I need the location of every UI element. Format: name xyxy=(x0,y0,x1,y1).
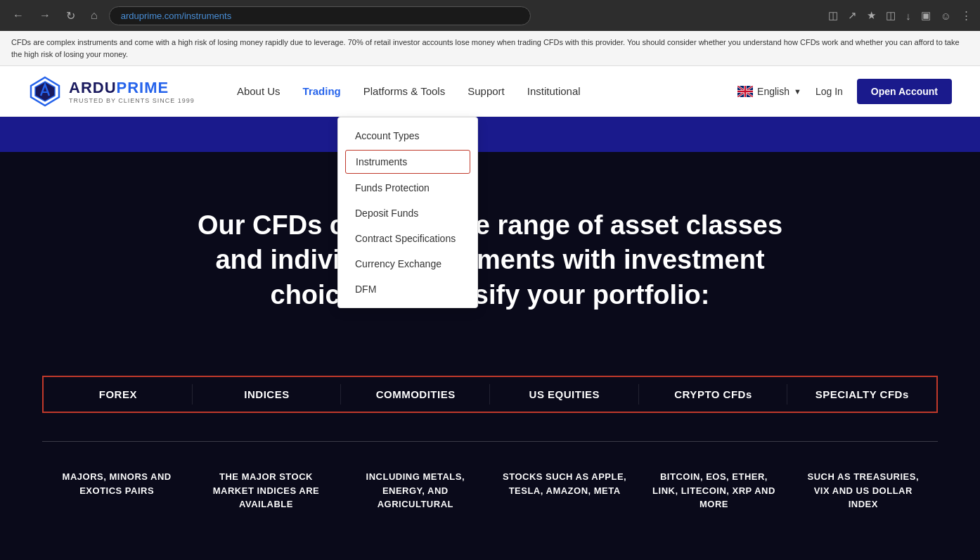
dropdown-currency-exchange[interactable]: Currency Exchange xyxy=(338,251,477,276)
descriptions-row: MAJORS, MINORS AND EXOTICS PAIRS THE MAJ… xyxy=(42,441,938,518)
forward-button[interactable]: → xyxy=(35,6,55,25)
logo-text: ARDUPRIME TRUSTED BY CLIENTS SINCE 1999 xyxy=(69,79,195,104)
browser-chrome: ← → ↻ ⌂ arduprime.com/instruments ◫ ↗ ★ … xyxy=(0,0,980,31)
dropdown-contract-specifications[interactable]: Contract Specifications xyxy=(338,226,477,251)
tab-forex[interactable]: FOREX xyxy=(44,377,193,412)
desc-commodities: INCLUDING METALS, ENERGY, AND AGRICULTUR… xyxy=(341,463,490,518)
nav-support[interactable]: Support xyxy=(468,82,505,100)
dropdown-funds-protection[interactable]: Funds Protection xyxy=(338,175,477,201)
address-bar[interactable]: arduprime.com/instruments xyxy=(109,6,531,25)
back-button[interactable]: ← xyxy=(8,6,28,25)
menu-icon[interactable]: ⋮ xyxy=(961,9,972,22)
dropdown-deposit-funds[interactable]: Deposit Funds xyxy=(338,201,477,226)
language-selector[interactable]: English ▼ xyxy=(737,86,801,97)
tabs-row: FOREX INDICES COMMODITIES US EQUITIES CR… xyxy=(42,376,938,413)
url-highlight: instruments xyxy=(184,11,231,21)
share-icon[interactable]: ↗ xyxy=(848,9,857,22)
tab-us-equities[interactable]: US EQUITIES xyxy=(490,377,639,412)
logo-name: ARDUPRIME xyxy=(69,79,195,97)
logo-icon xyxy=(28,75,62,108)
nav-about-us[interactable]: About Us xyxy=(237,82,281,100)
login-button[interactable]: Log In xyxy=(815,86,843,97)
navbar: ARDUPRIME TRUSTED BY CLIENTS SINCE 1999 … xyxy=(0,66,980,117)
download-icon[interactable]: ↓ xyxy=(905,10,911,22)
refresh-button[interactable]: ↻ xyxy=(62,6,79,25)
logo-tagline: TRUSTED BY CLIENTS SINCE 1999 xyxy=(69,97,195,104)
url-static: arduprime.com/ xyxy=(121,11,184,21)
tab-specialty-cfds[interactable]: SPECIALTY CFDs xyxy=(787,377,936,412)
language-label: English xyxy=(757,86,789,97)
hero-title: Our CFDs cover a wide range of asset cla… xyxy=(174,208,806,312)
dropdown-dfm[interactable]: DFM xyxy=(338,276,477,302)
hero-section: Our CFDs cover a wide range of asset cla… xyxy=(0,152,980,355)
nav-right: English ▼ Log In Open Account xyxy=(737,79,952,104)
warning-text: CFDs are complex instruments and come wi… xyxy=(11,38,960,58)
dropdown-instruments[interactable]: Instruments xyxy=(345,150,470,174)
nav-trading[interactable]: Trading xyxy=(303,82,341,100)
home-button[interactable]: ⌂ xyxy=(86,6,102,25)
desc-us-equities: STOCKS SUCH AS APPLE, TESLA, AMAZON, MET… xyxy=(490,463,639,518)
browser-icons: ◫ ↗ ★ ◫ ↓ ▣ ☺ ⋮ xyxy=(828,9,972,22)
open-account-button[interactable]: Open Account xyxy=(857,79,952,104)
desc-crypto: BITCOIN, EOS, ETHER, LINK, LITECOIN, XRP… xyxy=(639,463,788,518)
desc-indices: THE MAJOR STOCK MARKET INDICES ARE AVAIL… xyxy=(191,463,340,518)
trading-dropdown: Account Types Instruments Funds Protecti… xyxy=(337,117,478,308)
extension-icon[interactable]: ◫ xyxy=(886,9,896,22)
desc-forex: MAJORS, MINORS AND EXOTICS PAIRS xyxy=(42,463,191,518)
tab-commodities[interactable]: COMMODITIES xyxy=(341,377,490,412)
warning-banner: CFDs are complex instruments and come wi… xyxy=(0,31,980,66)
nav-links: About Us Trading Platforms & Tools Suppo… xyxy=(237,82,581,100)
nav-institutional[interactable]: Institutional xyxy=(527,82,581,100)
chevron-down-icon: ▼ xyxy=(794,87,801,96)
star-icon[interactable]: ★ xyxy=(867,9,876,22)
profile-icon[interactable]: ☺ xyxy=(941,10,951,22)
cast-icon[interactable]: ◫ xyxy=(828,9,838,22)
descriptions-section: MAJORS, MINORS AND EXOTICS PAIRS THE MAJ… xyxy=(0,427,980,560)
window-icon[interactable]: ▣ xyxy=(921,9,931,22)
tab-crypto-cfds[interactable]: CRYPTO CFDs xyxy=(639,377,788,412)
logo[interactable]: ARDUPRIME TRUSTED BY CLIENTS SINCE 1999 xyxy=(28,75,195,108)
nav-platforms-tools[interactable]: Platforms & Tools xyxy=(363,82,445,100)
desc-specialty: SUCH AS TREASURIES, VIX AND US DOLLAR IN… xyxy=(789,463,938,518)
hero-banner-bar: Our Group ⌄ xyxy=(0,117,980,152)
uk-flag-icon xyxy=(737,86,753,97)
tab-indices[interactable]: INDICES xyxy=(193,377,342,412)
instruments-tabs-section: FOREX INDICES COMMODITIES US EQUITIES CR… xyxy=(0,355,980,427)
dropdown-account-types[interactable]: Account Types xyxy=(338,123,477,148)
